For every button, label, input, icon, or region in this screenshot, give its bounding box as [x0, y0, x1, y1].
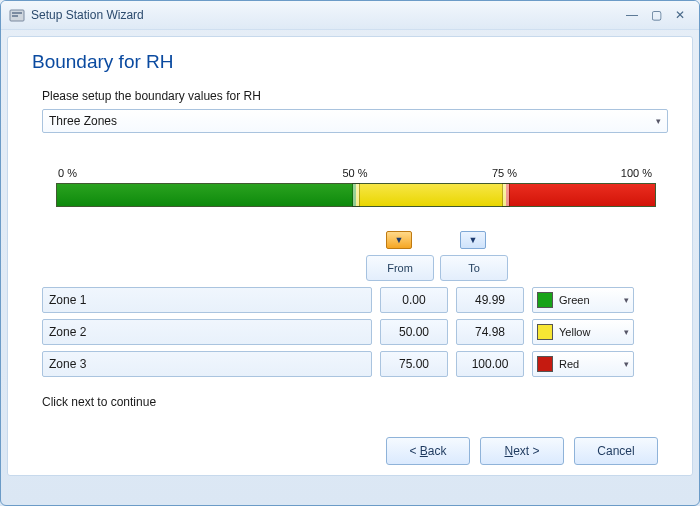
scale-tick: 100 % — [621, 167, 652, 179]
titlebar: Setup Station Wizard — ▢ ✕ — [1, 1, 699, 30]
from-order-button[interactable]: ▼ — [386, 231, 412, 249]
zone-name-input[interactable]: Zone 1 — [42, 287, 372, 313]
zone-row: Zone 2 50.00 74.98 Yellow ▾ — [42, 319, 668, 345]
zone-from-input[interactable]: 50.00 — [380, 319, 448, 345]
boundary-segment-green — [57, 184, 356, 206]
page-title: Boundary for RH — [32, 51, 668, 73]
scale-labels: 0 % 50 % 75 % 100 % — [58, 167, 652, 179]
chevron-down-icon: ▾ — [624, 359, 629, 369]
color-swatch-icon — [537, 292, 553, 308]
from-header[interactable]: From — [366, 255, 434, 281]
prompt-text: Please setup the boundary values for RH — [42, 89, 668, 103]
zone-name-input[interactable]: Zone 2 — [42, 319, 372, 345]
zone-color-select[interactable]: Green ▾ — [532, 287, 634, 313]
cancel-button[interactable]: Cancel — [574, 437, 658, 465]
next-button[interactable]: Next > — [480, 437, 564, 465]
window-title: Setup Station Wizard — [31, 8, 625, 22]
to-header[interactable]: To — [440, 255, 508, 281]
zone-mode-value: Three Zones — [49, 114, 117, 128]
zone-table-header: ▼ From ▼ To — [42, 231, 668, 281]
zone-row: Zone 3 75.00 100.00 Red ▾ — [42, 351, 668, 377]
chevron-down-icon: ▾ — [624, 327, 629, 337]
chevron-down-icon: ▾ — [656, 116, 661, 126]
app-icon — [9, 7, 25, 23]
hint-text: Click next to continue — [42, 395, 668, 409]
zone-to-input[interactable]: 100.00 — [456, 351, 524, 377]
boundary-segment-yellow — [356, 184, 506, 206]
zone-mode-select[interactable]: Three Zones ▾ — [42, 109, 668, 133]
zone-to-input[interactable]: 49.99 — [456, 287, 524, 313]
close-button[interactable]: ✕ — [673, 8, 687, 22]
window-controls: — ▢ ✕ — [625, 8, 693, 22]
zone-color-select[interactable]: Yellow ▾ — [532, 319, 634, 345]
wizard-page: Boundary for RH Please setup the boundar… — [7, 36, 693, 476]
maximize-button[interactable]: ▢ — [649, 8, 663, 22]
zone-to-input[interactable]: 74.98 — [456, 319, 524, 345]
back-button[interactable]: < Back — [386, 437, 470, 465]
svg-rect-1 — [12, 12, 22, 14]
scale-tick: 0 % — [58, 167, 77, 179]
boundary-segment-red — [506, 184, 656, 206]
color-swatch-icon — [537, 356, 553, 372]
wizard-footer: < Back Next > Cancel — [26, 431, 674, 465]
zone-color-select[interactable]: Red ▾ — [532, 351, 634, 377]
to-order-button[interactable]: ▼ — [460, 231, 486, 249]
svg-rect-2 — [12, 15, 18, 17]
boundary-handle-2[interactable] — [503, 184, 509, 206]
zone-from-input[interactable]: 0.00 — [380, 287, 448, 313]
zone-row: Zone 1 0.00 49.99 Green ▾ — [42, 287, 668, 313]
boundary-handle-1[interactable] — [353, 184, 359, 206]
zone-name-input[interactable]: Zone 3 — [42, 351, 372, 377]
boundary-bar — [56, 183, 656, 207]
chevron-down-icon: ▾ — [624, 295, 629, 305]
zone-table: ▼ From ▼ To Zone 1 0.00 49.99 Green ▾ — [42, 231, 668, 377]
color-swatch-icon — [537, 324, 553, 340]
minimize-button[interactable]: — — [625, 8, 639, 22]
boundary-scale: 0 % 50 % 75 % 100 % — [56, 167, 654, 207]
zone-from-input[interactable]: 75.00 — [380, 351, 448, 377]
scale-tick: 75 % — [492, 167, 517, 179]
scale-tick: 50 % — [342, 167, 367, 179]
